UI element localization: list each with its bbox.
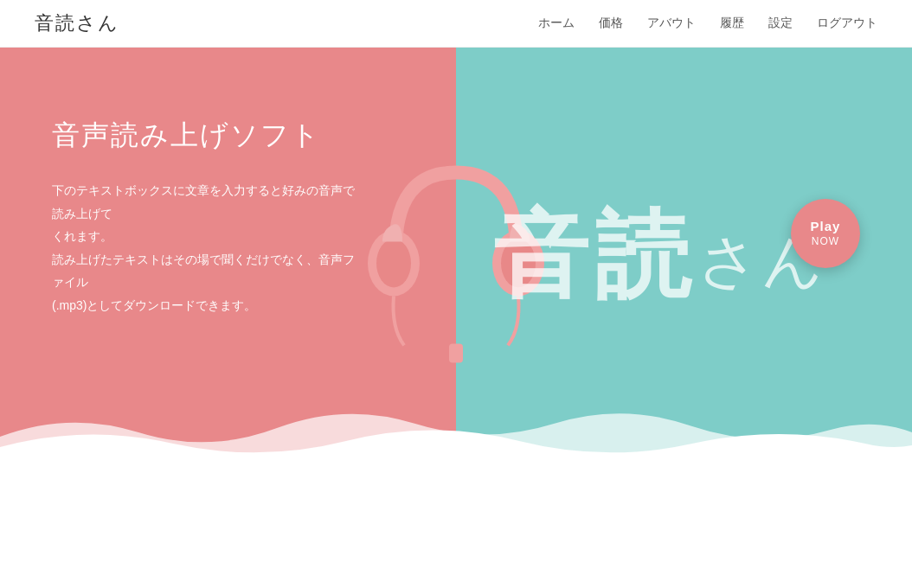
main-nav: ホーム 価格 アバウト 履歴 設定 ログアウト xyxy=(538,16,877,31)
svg-point-1 xyxy=(376,239,411,287)
nav-settings[interactable]: 設定 xyxy=(768,16,793,31)
hero-desc-line1: 下のテキストボックスに文章を入力すると好みの音声で読み上げて xyxy=(52,183,355,220)
hero-section: 音声読み上げソフト 下のテキストボックスに文章を入力すると好みの音声で読み上げて… xyxy=(0,48,912,463)
hero-desc-line3: 読み上げたテキストはその場で聞くだけでなく、音声ファイル xyxy=(52,252,355,290)
nav-price[interactable]: 価格 xyxy=(599,16,623,31)
hero-desc-line4: (.mp3)としてダウンロードできます。 xyxy=(52,298,256,312)
play-now-button[interactable]: Play NOW xyxy=(791,199,860,268)
play-label: Play xyxy=(811,218,841,235)
nav-logout[interactable]: ログアウト xyxy=(817,16,877,31)
site-title: 音読さん xyxy=(35,10,119,36)
hero-brand-text: 音読さん xyxy=(493,208,825,303)
hero-text-left: 音声読み上げソフト 下のテキストボックスに文章を入力すると好みの音声で読み上げて… xyxy=(52,117,363,317)
nav-about[interactable]: アバウト xyxy=(647,16,696,31)
nav-home[interactable]: ホーム xyxy=(538,16,575,31)
nav-history[interactable]: 履歴 xyxy=(720,16,744,31)
below-hero xyxy=(0,463,912,588)
svg-rect-4 xyxy=(449,343,463,362)
hero-title: 音声読み上げソフト xyxy=(52,117,363,155)
hero-description: 下のテキストボックスに文章を入力すると好みの音声で読み上げて くれます。 読み上… xyxy=(52,179,363,317)
now-label: NOW xyxy=(812,235,839,249)
hero-desc-line2: くれます。 xyxy=(52,229,112,243)
hero-brand-kanji: 音読 xyxy=(493,208,697,303)
site-header: 音読さん ホーム 価格 アバウト 履歴 設定 ログアウト xyxy=(0,0,912,48)
hero-wave xyxy=(0,393,912,463)
